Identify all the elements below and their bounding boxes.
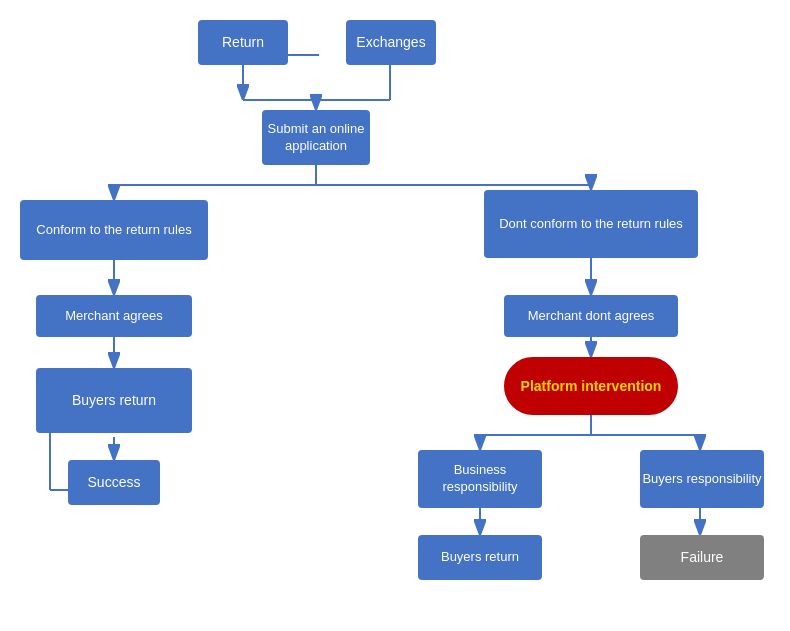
flowchart-diagram: Return Exchanges Submit an online applic…	[0, 0, 790, 631]
merchant-agrees-node: Merchant agrees	[36, 295, 192, 337]
conform-node: Conform to the return rules	[20, 200, 208, 260]
business-resp-node: Business responsibility	[418, 450, 542, 508]
submit-node: Submit an online application	[262, 110, 370, 165]
buyers-return-right-node: Buyers return	[418, 535, 542, 580]
buyers-resp-node: Buyers responsibility	[640, 450, 764, 508]
return-node: Return	[198, 20, 288, 65]
dont-conform-node: Dont conform to the return rules	[484, 190, 698, 258]
buyers-return-left-node: Buyers return	[36, 368, 192, 433]
merchant-dont-node: Merchant dont agrees	[504, 295, 678, 337]
failure-node: Failure	[640, 535, 764, 580]
platform-node: Platform intervention	[504, 357, 678, 415]
success-node: Success	[68, 460, 160, 505]
exchanges-node: Exchanges	[346, 20, 436, 65]
